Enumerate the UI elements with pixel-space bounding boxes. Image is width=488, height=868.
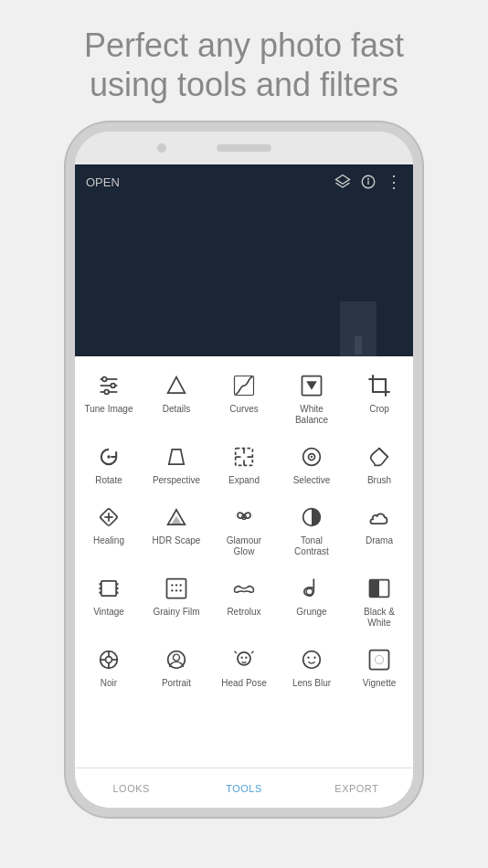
glamour-glow-icon — [229, 503, 259, 532]
lens-blur-icon — [297, 645, 326, 674]
white-balance-icon — [297, 371, 326, 400]
details-label: Details — [163, 404, 191, 415]
hdr-scape-label: HDR Scape — [153, 535, 201, 546]
photo-canvas: OPEN ⋮ — [75, 164, 413, 356]
tool-brush[interactable]: Brush — [345, 433, 413, 493]
top-bar-actions: ⋮ — [334, 172, 402, 192]
tool-details[interactable]: Details — [143, 362, 210, 433]
tool-healing[interactable]: Healing — [75, 493, 143, 565]
app-top-bar: OPEN ⋮ — [75, 164, 413, 199]
glamour-glow-label: Glamour Glow — [217, 535, 271, 557]
building-top — [355, 336, 362, 355]
tune-image-icon — [94, 371, 123, 400]
tool-expand[interactable]: Expand — [210, 433, 278, 493]
tools-section: Tune ImageDetailsCurvesWhite BalanceCrop… — [75, 356, 413, 767]
grunge-icon — [297, 574, 326, 603]
bottom-nav: LOOKS TOOLS EXPORT — [75, 767, 413, 808]
perspective-label: Perspective — [153, 475, 200, 486]
expand-label: Expand — [228, 475, 260, 486]
noir-label: Noir — [101, 678, 117, 689]
tool-retrolux[interactable]: Retrolux — [210, 565, 278, 636]
tool-selective[interactable]: Selective — [278, 433, 345, 493]
tool-lens-blur[interactable]: Lens Blur — [278, 636, 345, 696]
tool-perspective[interactable]: Perspective — [143, 433, 210, 493]
vignette-icon — [365, 645, 394, 674]
nav-looks[interactable]: LOOKS — [75, 783, 187, 794]
tool-noir[interactable]: Noir — [75, 636, 143, 696]
grainy-film-icon — [162, 574, 191, 603]
rotate-icon — [94, 442, 123, 471]
head-pose-icon — [229, 645, 259, 674]
tune-image-label: Tune Image — [85, 404, 133, 415]
tool-drama[interactable]: Drama — [345, 493, 413, 565]
brush-label: Brush — [367, 475, 391, 486]
portrait-icon — [162, 645, 191, 674]
details-icon — [162, 371, 191, 400]
phone-frame: OPEN ⋮ — [66, 122, 422, 817]
tool-vignette[interactable]: Vignette — [345, 636, 413, 696]
grainy-film-label: Grainy Film — [153, 607, 199, 618]
vintage-label: Vintage — [93, 607, 124, 618]
healing-label: Healing — [93, 535, 124, 546]
nav-export[interactable]: EXPORT — [301, 783, 413, 794]
tool-rotate[interactable]: Rotate — [75, 433, 143, 493]
tool-white-balance[interactable]: White Balance — [278, 362, 345, 433]
tool-grunge[interactable]: Grunge — [278, 565, 345, 636]
black-white-icon — [365, 574, 394, 603]
tool-tonal-contrast[interactable]: Tonal Contrast — [278, 493, 345, 565]
lens-blur-label: Lens Blur — [292, 678, 331, 689]
rotate-label: Rotate — [95, 475, 122, 486]
headline-line1: Perfect any photo fast — [84, 26, 404, 64]
tool-crop[interactable]: Crop — [345, 362, 413, 433]
curves-icon — [229, 371, 259, 400]
nav-tools[interactable]: TOOLS — [187, 783, 300, 794]
drama-icon — [365, 503, 394, 532]
tool-hdr-scape[interactable]: HDR Scape — [143, 493, 210, 565]
selective-label: Selective — [293, 475, 331, 486]
svg-marker-56 — [336, 175, 350, 185]
tool-glamour-glow[interactable]: Glamour Glow — [210, 493, 278, 565]
layers-icon[interactable] — [334, 174, 351, 190]
black-white-label: Black & White — [353, 607, 406, 629]
svg-point-59 — [368, 179, 369, 180]
info-icon[interactable] — [360, 174, 377, 190]
more-icon[interactable]: ⋮ — [386, 172, 402, 192]
white-balance-label: White Balance — [285, 404, 338, 426]
healing-icon — [94, 503, 123, 532]
head-pose-label: Head Pose — [221, 678, 266, 689]
tools-grid: Tune ImageDetailsCurvesWhite BalanceCrop… — [75, 362, 413, 696]
selective-icon — [297, 442, 326, 471]
tool-vintage[interactable]: Vintage — [75, 565, 143, 636]
retrolux-icon — [229, 574, 259, 603]
app-headline: Perfect any photo fast using tools and f… — [48, 0, 440, 122]
perspective-icon — [162, 442, 191, 471]
brush-icon — [365, 442, 394, 471]
drama-label: Drama — [366, 535, 393, 546]
tool-head-pose[interactable]: Head Pose — [210, 636, 278, 696]
crop-label: Crop — [369, 404, 389, 415]
building-silhouette — [340, 302, 377, 356]
tool-grainy-film[interactable]: Grainy Film — [143, 565, 210, 636]
vignette-label: Vignette — [363, 678, 397, 689]
tool-tune-image[interactable]: Tune Image — [75, 362, 143, 433]
crop-icon — [365, 371, 394, 400]
tool-curves[interactable]: Curves — [210, 362, 278, 433]
speaker — [217, 144, 271, 152]
portrait-label: Portrait — [162, 678, 191, 689]
phone-top-bar — [75, 132, 413, 164]
retrolux-label: Retrolux — [227, 607, 260, 618]
camera-dot — [157, 143, 166, 153]
open-button[interactable]: OPEN — [86, 175, 120, 189]
expand-icon — [229, 442, 259, 471]
vintage-icon — [94, 574, 123, 603]
phone-screen: OPEN ⋮ — [75, 164, 413, 808]
noir-icon — [94, 645, 123, 674]
tool-portrait[interactable]: Portrait — [143, 636, 210, 696]
headline-line2: using tools and filters — [90, 66, 398, 103]
hdr-scape-icon — [162, 503, 191, 532]
tonal-contrast-label: Tonal Contrast — [285, 535, 338, 557]
curves-label: Curves — [229, 404, 259, 415]
grunge-label: Grunge — [296, 607, 326, 618]
tool-black-white[interactable]: Black & White — [345, 565, 413, 636]
tonal-contrast-icon — [297, 503, 326, 532]
